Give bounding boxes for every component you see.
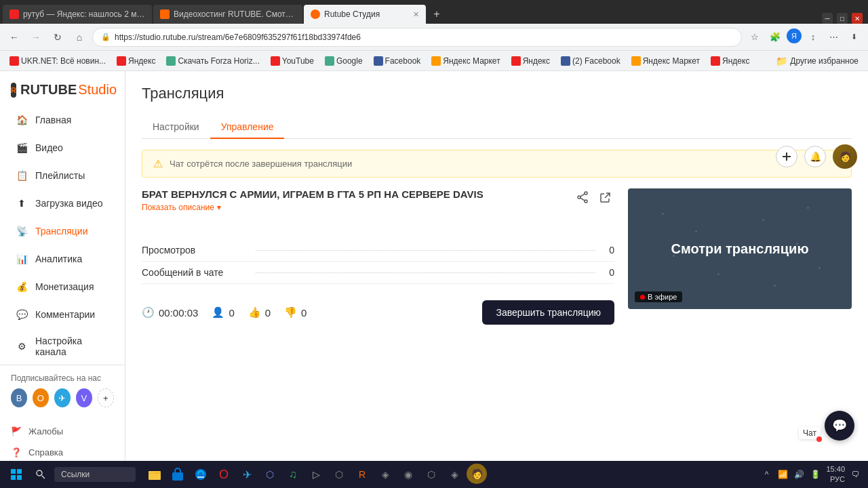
sidebar-item-monetize[interactable]: 💰 Монетизация bbox=[4, 273, 121, 300]
clock-icon: 🕐 bbox=[142, 306, 155, 319]
header-actions: 🔔 🧑 bbox=[776, 144, 857, 169]
tray-battery-icon[interactable]: 🔋 bbox=[808, 468, 822, 481]
bookmark-forza-favicon bbox=[166, 56, 176, 66]
browser-tab-2[interactable]: Видеохостинг RUTUBE. Смотри... bbox=[153, 5, 302, 24]
social-telegram-button[interactable]: ✈ bbox=[54, 388, 71, 407]
more-button[interactable]: ⋯ bbox=[825, 28, 842, 46]
tab-settings[interactable]: Настройки bbox=[142, 116, 210, 139]
browser-tab-3[interactable]: Rutube Студия ✕ bbox=[304, 5, 426, 24]
bookmark-yandex-market1[interactable]: Яндекс Маркет bbox=[427, 55, 504, 67]
browser-tab-1[interactable]: рутуб — Яндекс: нашлось 2 мл... bbox=[3, 5, 152, 24]
tab2-favicon bbox=[160, 9, 170, 19]
search-button[interactable] bbox=[30, 464, 52, 485]
reload-button[interactable]: ↻ bbox=[49, 28, 66, 46]
notification-center-icon[interactable]: 🗨 bbox=[849, 468, 863, 481]
taskbar-search-label: Ссылки bbox=[61, 470, 90, 479]
social-vk-button[interactable]: В bbox=[11, 388, 27, 407]
sidebar-label-analytics: Аналитика bbox=[35, 253, 82, 264]
maximize-button[interactable]: □ bbox=[837, 13, 848, 24]
logo-rutube-text: RUTUBE bbox=[20, 82, 77, 98]
taskbar-app-telegram[interactable]: ✈ bbox=[236, 464, 258, 485]
sidebar-item-analytics[interactable]: 📊 Аналитика bbox=[4, 245, 121, 272]
taskbar-search-bar[interactable]: Ссылки bbox=[54, 467, 136, 482]
comments-icon: 💬 bbox=[15, 308, 28, 321]
sidebar-item-upload[interactable]: ⬆ Загрузка видео bbox=[4, 190, 121, 217]
tab3-close-icon[interactable]: ✕ bbox=[413, 10, 419, 19]
analytics-icon: 📊 bbox=[15, 252, 28, 266]
taskbar-app-other7[interactable]: ◈ bbox=[443, 464, 465, 485]
taskbar-app-edge[interactable] bbox=[190, 464, 212, 485]
close-button[interactable]: ✕ bbox=[852, 13, 863, 24]
user-avatar-button[interactable]: 🧑 bbox=[833, 144, 857, 169]
bookmark-yandex2[interactable]: Яндекс bbox=[507, 55, 554, 67]
tab-control[interactable]: Управление bbox=[210, 116, 285, 139]
new-tab-button[interactable]: + bbox=[427, 5, 446, 24]
taskbar-app-other5[interactable]: ◉ bbox=[397, 464, 419, 485]
stat-row-views: Просмотров 0 bbox=[142, 239, 614, 262]
taskbar-app-opera[interactable]: O bbox=[213, 464, 235, 485]
notifications-button[interactable]: 🔔 bbox=[804, 146, 826, 167]
social-ok-button[interactable]: О bbox=[33, 388, 49, 407]
taskbar-app-other1[interactable]: ▷ bbox=[305, 464, 327, 485]
sidebar-label-channel: Настройка канала bbox=[35, 336, 110, 357]
bookmark-forza[interactable]: Скачать Forza Horiz... bbox=[162, 55, 263, 67]
download-button[interactable]: ⬇ bbox=[845, 28, 863, 46]
taskbar-app-discord[interactable]: ⬡ bbox=[259, 464, 281, 485]
tab1-title: рутуб — Яндекс: нашлось 2 мл... bbox=[23, 9, 145, 19]
sidebar-item-channel[interactable]: ⚙ Настройка канала bbox=[4, 329, 121, 364]
bookmarks-more-button[interactable]: 📁 Другие избранное bbox=[772, 54, 863, 68]
taskbar-app-other2[interactable]: ⬡ bbox=[328, 464, 350, 485]
explorer-icon bbox=[147, 467, 162, 482]
sidebar-item-video[interactable]: 🎬 Видео bbox=[4, 134, 121, 161]
extensions-button[interactable]: 🧩 bbox=[766, 28, 784, 46]
bookmark-yandex1[interactable]: Яндекс bbox=[113, 55, 159, 67]
end-stream-button[interactable]: Завершить трансляцию bbox=[482, 300, 614, 325]
bookmark-star-icon[interactable]: ☆ bbox=[746, 28, 764, 46]
bookmark-google[interactable]: Google bbox=[321, 55, 367, 67]
taskbar-user-avatar[interactable]: 🧑 bbox=[467, 464, 487, 484]
sync-button[interactable]: ↕ bbox=[804, 28, 822, 46]
minimize-button[interactable]: ─ bbox=[822, 13, 833, 24]
sidebar-logo: R RUTUBE Studio bbox=[0, 71, 125, 106]
add-content-button[interactable] bbox=[776, 146, 797, 167]
sidebar: R RUTUBE Studio 🏠 Главная 🎬 Видео 📋 Плей bbox=[0, 71, 125, 461]
bookmark-ukrnet[interactable]: UKR.NET: Всё новин... bbox=[5, 55, 110, 67]
tray-network-icon[interactable]: 📶 bbox=[776, 468, 789, 481]
show-description-button[interactable]: Показать описание ▾ bbox=[142, 203, 484, 212]
taskbar-app-other3[interactable]: R bbox=[351, 464, 373, 485]
sidebar-item-comments[interactable]: 💬 Комментарии bbox=[4, 301, 121, 328]
bookmark-youtube[interactable]: YouTube bbox=[267, 55, 318, 67]
profile-button[interactable]: Я bbox=[787, 28, 802, 43]
social-add-button[interactable]: + bbox=[98, 388, 114, 407]
sidebar-item-playlists[interactable]: 📋 Плейлисты bbox=[4, 162, 121, 189]
bookmark-facebook[interactable]: Facebook bbox=[370, 55, 425, 67]
dislikes-value: 0 bbox=[301, 307, 307, 319]
forward-button[interactable]: → bbox=[27, 28, 45, 46]
tray-arrow-icon[interactable]: ^ bbox=[760, 468, 773, 481]
taskbar-app-store[interactable] bbox=[167, 464, 189, 485]
tray-sound-icon[interactable]: 🔊 bbox=[792, 468, 806, 481]
stat-label-views: Просмотров bbox=[142, 245, 250, 256]
back-button[interactable]: ← bbox=[5, 28, 23, 46]
taskbar-app-explorer[interactable] bbox=[144, 464, 165, 485]
svg-rect-9 bbox=[17, 469, 22, 474]
sidebar-item-complaints[interactable]: 🚩 Жалобы bbox=[11, 421, 114, 442]
taskbar-app-other4[interactable]: ◈ bbox=[374, 464, 396, 485]
sidebar-item-help[interactable]: ❓ Справка bbox=[11, 442, 114, 461]
sidebar-item-streams[interactable]: 📡 Трансляции bbox=[4, 218, 121, 245]
url-bar[interactable]: 🔒 https://studio.rutube.ru/stream/6e7e68… bbox=[92, 28, 742, 47]
taskbar-app-other6[interactable]: ⬡ bbox=[420, 464, 442, 485]
start-button[interactable] bbox=[5, 464, 27, 485]
bookmark-yandex3[interactable]: Яндекс bbox=[707, 55, 753, 67]
bookmark-yandex-market2[interactable]: Яндекс Маркет bbox=[627, 55, 704, 67]
bookmark-facebook2[interactable]: (2) Facebook bbox=[557, 55, 625, 67]
social-viber-button[interactable]: V bbox=[76, 388, 92, 407]
video-preview[interactable]: Смотри трансляцию В эфире bbox=[628, 188, 852, 309]
chat-fab-button[interactable]: 💬 bbox=[825, 411, 854, 441]
taskbar-app-spotify[interactable]: ♫ bbox=[282, 464, 304, 485]
sidebar-item-home[interactable]: 🏠 Главная bbox=[4, 106, 121, 134]
sidebar-label-home: Главная bbox=[35, 115, 71, 125]
home-button[interactable]: ⌂ bbox=[71, 28, 88, 46]
open-external-button[interactable] bbox=[597, 188, 614, 209]
share-button[interactable] bbox=[574, 188, 591, 209]
